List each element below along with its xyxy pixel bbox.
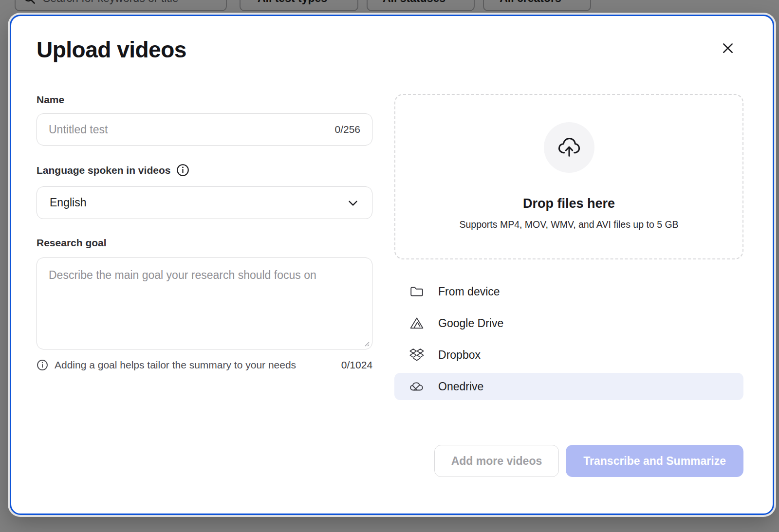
dropbox-icon: [409, 348, 425, 362]
dropzone-subtitle: Supports MP4, MOV, WMV, and AVI files up…: [459, 219, 678, 230]
source-label: Google Drive: [438, 317, 503, 330]
name-char-counter: 0/256: [335, 124, 361, 135]
info-icon[interactable]: [176, 164, 189, 177]
language-label: Language spoken in videos: [37, 165, 170, 176]
source-dropbox[interactable]: Dropbox: [394, 341, 743, 368]
onedrive-icon: [409, 380, 425, 393]
dialog-title: Upload videos: [37, 37, 186, 63]
cloud-upload-icon: [556, 135, 582, 160]
source-label: Onedrive: [438, 380, 483, 393]
close-icon: [720, 40, 736, 56]
source-label: From device: [438, 285, 500, 298]
language-value: English: [50, 196, 86, 209]
goal-textarea[interactable]: [37, 258, 372, 349]
hint-info-icon: [37, 359, 48, 371]
source-label: Dropbox: [438, 349, 481, 362]
transcribe-and-summarize-button[interactable]: Transcribe and Summarize: [566, 445, 743, 477]
google-drive-icon: [409, 316, 425, 330]
name-label: Name: [37, 94, 372, 106]
form-column: Name 0/256 Language spoken in videos Eng…: [37, 94, 372, 477]
upload-circle: [544, 122, 594, 173]
dialog-header: Upload videos: [37, 37, 743, 63]
chevron-down-icon: [347, 197, 359, 209]
dialog-actions: Add more videos Transcribe and Summarize: [394, 445, 743, 477]
name-field-wrapper: 0/256: [37, 113, 372, 146]
source-from-device[interactable]: From device: [394, 278, 743, 305]
add-more-videos-button[interactable]: Add more videos: [434, 445, 559, 477]
source-onedrive[interactable]: Onedrive: [394, 373, 743, 400]
source-google-drive[interactable]: Google Drive: [394, 310, 743, 337]
upload-videos-dialog: Upload videos Name 0/256 Language spoken…: [10, 15, 774, 515]
language-select[interactable]: English: [37, 186, 372, 219]
close-button[interactable]: [719, 39, 737, 57]
upload-column: Drop files here Supports MP4, MOV, WMV, …: [394, 94, 743, 477]
dropzone-title: Drop files here: [523, 196, 615, 211]
name-input[interactable]: [49, 123, 327, 136]
resize-handle-icon[interactable]: [362, 339, 370, 347]
upload-source-list: From device Google Drive: [394, 278, 743, 400]
goal-field-wrapper: [37, 257, 372, 349]
goal-hint-text: Adding a goal helps tailor the summary t…: [55, 359, 296, 371]
file-dropzone[interactable]: Drop files here Supports MP4, MOV, WMV, …: [394, 94, 743, 259]
goal-label: Research goal: [37, 237, 372, 249]
goal-char-counter: 0/1024: [341, 359, 372, 371]
folder-icon: [409, 285, 425, 298]
